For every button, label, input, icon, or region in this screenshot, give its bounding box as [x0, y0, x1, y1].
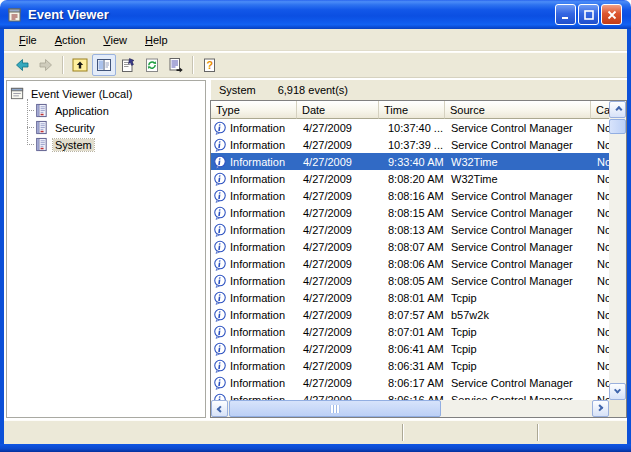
event-row[interactable]: Information 4/27/2009 8:08:06 AM Service… [211, 255, 609, 272]
event-row[interactable]: Information 4/27/2009 8:08:16 AM Service… [211, 187, 609, 204]
help-button[interactable]: ? [198, 54, 222, 76]
menu-item[interactable]: Help [136, 32, 177, 48]
event-log-icon [34, 103, 49, 118]
status-bar-divider [402, 424, 404, 441]
column-header[interactable]: Type [211, 101, 297, 119]
event-row[interactable]: Information 4/27/2009 10:37:40 ... Servi… [211, 119, 609, 136]
event-time: 9:33:40 AM [379, 156, 445, 168]
tree-root-label: Event Viewer (Local) [29, 88, 134, 100]
vertical-scroll-thumb[interactable] [609, 119, 626, 134]
information-icon [213, 308, 227, 322]
status-bar [4, 420, 627, 444]
event-row[interactable]: Information 4/27/2009 8:08:05 AM Service… [211, 272, 609, 289]
event-source: Tcpip [445, 326, 591, 338]
event-row[interactable]: Information 4/27/2009 10:37:39 ... Servi… [211, 136, 609, 153]
close-button[interactable] [601, 4, 622, 25]
refresh-button[interactable] [140, 54, 164, 76]
event-source: W32Time [445, 156, 591, 168]
event-type: Information [230, 241, 285, 253]
event-row[interactable]: Information 4/27/2009 8:08:07 AM Service… [211, 238, 609, 255]
event-type: Information [230, 309, 285, 321]
event-row[interactable]: Information 4/27/2009 8:07:01 AM Tcpip N… [211, 323, 609, 340]
vertical-scrollbar[interactable] [609, 101, 626, 400]
properties-button[interactable] [116, 54, 140, 76]
event-date: 4/27/2009 [297, 207, 379, 219]
event-time: 8:06:31 AM [379, 360, 445, 372]
tree-item[interactable]: Application [21, 102, 205, 119]
tree-item[interactable]: System [21, 136, 205, 153]
event-date: 4/27/2009 [297, 377, 379, 389]
event-date: 4/27/2009 [297, 360, 379, 372]
menu-item[interactable]: View [94, 32, 136, 48]
event-category: No [591, 360, 609, 372]
event-category: No [591, 292, 609, 304]
column-header[interactable]: Source [445, 101, 591, 119]
information-icon [213, 376, 227, 390]
event-viewer-window: Event Viewer FileActionViewHelp [0, 0, 631, 452]
maximize-button[interactable] [578, 4, 599, 25]
event-category: No [591, 343, 609, 355]
event-row[interactable]: Information 4/27/2009 8:06:41 AM Tcpip N… [211, 340, 609, 357]
horizontal-scrollbar[interactable] [211, 400, 609, 417]
tree-root-event-viewer-local[interactable]: Event Viewer (Local) [10, 85, 205, 102]
event-source: Tcpip [445, 343, 591, 355]
event-time: 10:37:39 ... [379, 139, 445, 151]
event-source: Service Control Manager [445, 207, 591, 219]
scroll-right-button[interactable] [592, 400, 609, 417]
forward-icon [38, 57, 54, 73]
event-date: 4/27/2009 [297, 326, 379, 338]
event-row[interactable]: Information 4/27/2009 8:06:16 AM Service… [211, 391, 609, 400]
event-list: TypeDateTimeSourceCa Information 4/27/20… [210, 100, 627, 418]
event-row[interactable]: Information 4/27/2009 8:07:57 AM b57w2k … [211, 306, 609, 323]
column-header[interactable]: Date [297, 101, 379, 119]
scroll-up-button[interactable] [609, 101, 626, 118]
event-category: No [591, 309, 609, 321]
menu-item[interactable]: Action [46, 32, 95, 48]
forward-button[interactable] [34, 54, 58, 76]
scroll-left-button[interactable] [211, 400, 228, 417]
tree-children: Application Security [21, 102, 205, 153]
event-row[interactable]: Information 4/27/2009 8:08:15 AM Service… [211, 204, 609, 221]
event-category: No [591, 190, 609, 202]
event-category: No [591, 377, 609, 389]
title-bar: Event Viewer [0, 0, 631, 29]
tree-item[interactable]: Security [21, 119, 205, 136]
scroll-down-button[interactable] [609, 383, 626, 400]
back-button[interactable] [10, 54, 34, 76]
export-list-button[interactable] [164, 54, 188, 76]
column-header[interactable]: Ca [591, 101, 609, 119]
event-time: 8:07:57 AM [379, 309, 445, 321]
horizontal-scroll-thumb[interactable] [229, 400, 441, 417]
minimize-button[interactable] [555, 4, 576, 25]
event-time: 8:07:01 AM [379, 326, 445, 338]
event-category: No [591, 173, 609, 185]
event-source: Service Control Manager [445, 275, 591, 287]
event-type: Information [230, 207, 285, 219]
event-date: 4/27/2009 [297, 275, 379, 287]
event-category: No [591, 224, 609, 236]
event-date: 4/27/2009 [297, 241, 379, 253]
back-icon [14, 57, 30, 73]
event-row[interactable]: Information 4/27/2009 8:08:13 AM Service… [211, 221, 609, 238]
menu-item[interactable]: File [10, 32, 46, 48]
event-row[interactable]: Information 4/27/2009 8:08:01 AM Tcpip N… [211, 289, 609, 306]
event-type: Information [230, 224, 285, 236]
svg-text:?: ? [207, 59, 214, 71]
horizontal-scroll-track[interactable] [441, 400, 592, 417]
event-category: No [591, 326, 609, 338]
event-category: No [591, 207, 609, 219]
event-time: 8:08:06 AM [379, 258, 445, 270]
event-row[interactable]: Information 4/27/2009 8:08:20 AM W32Time… [211, 170, 609, 187]
information-icon [213, 189, 227, 203]
up-one-level-icon [72, 57, 88, 73]
show-hide-console-tree-button[interactable] [92, 54, 116, 76]
event-row[interactable]: Information 4/27/2009 9:33:40 AM W32Time… [211, 153, 609, 170]
up-one-level-button[interactable] [68, 54, 92, 76]
help-icon: ? [202, 57, 218, 73]
menu-bar: FileActionViewHelp [4, 29, 627, 51]
information-icon [213, 325, 227, 339]
event-row[interactable]: Information 4/27/2009 8:06:17 AM Service… [211, 374, 609, 391]
event-date: 4/27/2009 [297, 156, 379, 168]
event-row[interactable]: Information 4/27/2009 8:06:31 AM Tcpip N… [211, 357, 609, 374]
column-header[interactable]: Time [379, 101, 445, 119]
